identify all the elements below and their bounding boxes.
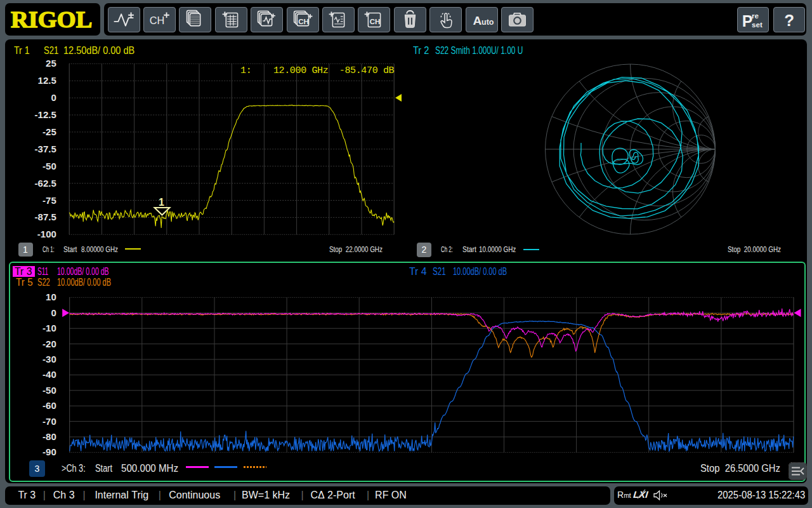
svg-text:1: 1: [159, 197, 164, 208]
